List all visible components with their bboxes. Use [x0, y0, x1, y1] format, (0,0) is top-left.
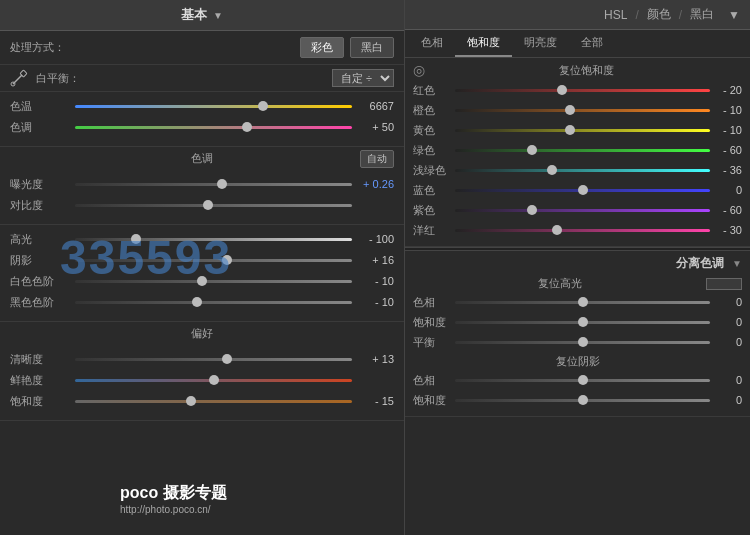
shadow-value: + 16	[352, 254, 394, 266]
balance-label: 平衡	[413, 335, 455, 350]
blue-sat-slider[interactable]	[455, 182, 710, 198]
clarity-slider[interactable]	[75, 351, 352, 367]
hsl-row-blue: 蓝色 0	[413, 182, 742, 198]
hsl-reset-label: 复位饱和度	[431, 63, 742, 78]
sh-hue-label: 色相	[413, 373, 455, 388]
whites-value: - 10	[352, 275, 394, 287]
left-panel: 基本 ▼ 处理方式： 彩色 黑白 白平衡： 自定 ÷ 色温 6667	[0, 0, 405, 535]
temp-label: 色温	[10, 99, 75, 114]
right-arrow: ▼	[728, 8, 740, 22]
slider-row-shadow: 阴影 + 16	[10, 252, 394, 268]
green-sat-slider[interactable]	[455, 142, 710, 158]
yellow-label: 黄色	[413, 123, 455, 138]
split-tone-arrow: ▼	[732, 258, 742, 269]
wb-select[interactable]: 自定 ÷	[332, 69, 394, 87]
tab-saturation[interactable]: 饱和度	[455, 30, 512, 57]
magenta-sat-slider[interactable]	[455, 222, 710, 238]
saturation-slider[interactable]	[75, 393, 352, 409]
temp-value: 6667	[352, 100, 394, 112]
whites-label: 白色色阶	[10, 274, 75, 289]
exposure-value: + 0.26	[352, 178, 394, 190]
slider-row-blacks: 黑色色阶 - 10	[10, 294, 394, 310]
hsl-tab[interactable]: HSL	[604, 8, 627, 22]
shadow-slider[interactable]	[75, 252, 352, 268]
color-tab[interactable]: 颜色	[647, 6, 671, 23]
magenta-label: 洋红	[413, 223, 455, 238]
processing-row: 处理方式： 彩色 黑白	[0, 31, 404, 65]
vibrance-slider[interactable]	[75, 372, 352, 388]
hl-hue-value: 0	[710, 296, 742, 308]
sh-sat-row: 饱和度 0	[413, 392, 742, 408]
hsl-row-purple: 紫色 - 60	[413, 202, 742, 218]
hsl-row-green: 绿色 - 60	[413, 142, 742, 158]
blacks-slider[interactable]	[75, 294, 352, 310]
hl-sat-slider[interactable]	[455, 314, 710, 330]
auto-button[interactable]: 自动	[360, 150, 394, 168]
hsl-row-yellow: 黄色 - 10	[413, 122, 742, 138]
slider-row-saturation: 饱和度 - 15	[10, 393, 394, 409]
processing-label: 处理方式：	[10, 40, 294, 55]
clarity-value: + 13	[352, 353, 394, 365]
tone-sliders: 曝光度 + 0.26 对比度	[0, 170, 404, 225]
tab-hue[interactable]: 色相	[409, 30, 455, 57]
balance-slider[interactable]	[455, 334, 710, 350]
sh-sat-label: 饱和度	[413, 393, 455, 408]
highlight-slider[interactable]	[75, 231, 352, 247]
hsl-row-red: 红色 - 20	[413, 82, 742, 98]
temp-slider[interactable]	[75, 98, 352, 114]
highlight-color-box[interactable]	[706, 278, 742, 290]
saturation-value: - 15	[352, 395, 394, 407]
tab-brightness[interactable]: 明亮度	[512, 30, 569, 57]
tint-slider[interactable]	[75, 119, 352, 135]
slider-row-tint: 色调 + 50	[10, 119, 394, 135]
saturation-label: 饱和度	[10, 394, 75, 409]
left-panel-title: 基本	[181, 6, 207, 24]
hsl-row-orange: 橙色 - 10	[413, 102, 742, 118]
left-panel-arrow: ▼	[213, 10, 223, 21]
sh-hue-slider[interactable]	[455, 372, 710, 388]
wb-label: 白平衡：	[36, 71, 332, 86]
color-mode-button[interactable]: 彩色	[300, 37, 344, 58]
orange-label: 橙色	[413, 103, 455, 118]
tone-section-title: 色调 自动	[0, 147, 404, 170]
tint-label: 色调	[10, 120, 75, 135]
sh-sat-value: 0	[710, 394, 742, 406]
slider-row-highlight: 高光 - 100	[10, 231, 394, 247]
purple-sat-slider[interactable]	[455, 202, 710, 218]
hl-sat-value: 0	[710, 316, 742, 328]
right-header: HSL / 颜色 / 黑白 ▼	[405, 0, 750, 30]
hl-sat-row: 饱和度 0	[413, 314, 742, 330]
slider-row-exposure: 曝光度 + 0.26	[10, 176, 394, 192]
eyedropper-icon	[10, 69, 28, 87]
orange-sat-slider[interactable]	[455, 102, 710, 118]
yellow-value: - 10	[710, 124, 742, 136]
contrast-slider[interactable]	[75, 197, 352, 213]
red-sat-slider[interactable]	[455, 82, 710, 98]
sh-sat-slider[interactable]	[455, 392, 710, 408]
slider-row-temp: 色温 6667	[10, 98, 394, 114]
blacks-value: - 10	[352, 296, 394, 308]
slider-row-whites: 白色色阶 - 10	[10, 273, 394, 289]
magenta-value: - 30	[710, 224, 742, 236]
blue-label: 蓝色	[413, 183, 455, 198]
hl-hue-slider[interactable]	[455, 294, 710, 310]
whites-slider[interactable]	[75, 273, 352, 289]
bw-tab[interactable]: 黑白	[690, 6, 714, 23]
split-tone-section: 分离色调 ▼ 复位高光 色相 0 饱和度 0	[405, 251, 750, 417]
bw-mode-button[interactable]: 黑白	[350, 37, 394, 58]
green-label: 绿色	[413, 143, 455, 158]
aqua-value: - 36	[710, 164, 742, 176]
sh-hue-row: 色相 0	[413, 372, 742, 388]
yellow-sat-slider[interactable]	[455, 122, 710, 138]
blue-value: 0	[710, 184, 742, 196]
aqua-label: 浅绿色	[413, 163, 455, 178]
exposure-slider[interactable]	[75, 176, 352, 192]
highlight-value: - 100	[352, 233, 394, 245]
tab-all[interactable]: 全部	[569, 30, 615, 57]
sep1: /	[635, 8, 638, 22]
blacks-label: 黑色色阶	[10, 295, 75, 310]
vibrance-label: 鲜艳度	[10, 373, 75, 388]
contrast-label: 对比度	[10, 198, 75, 213]
balance-value: 0	[710, 336, 742, 348]
aqua-sat-slider[interactable]	[455, 162, 710, 178]
